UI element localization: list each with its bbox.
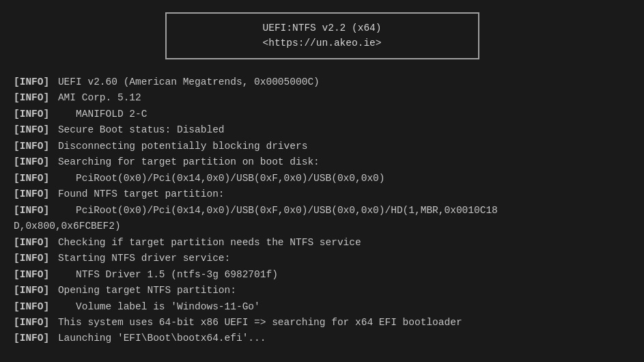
- log-tag: [INFO]: [14, 283, 49, 298]
- log-tag: [INFO]: [14, 251, 49, 266]
- log-line: [INFO] PciRoot(0x0)/Pci(0x14,0x0)/USB(0x…: [14, 171, 630, 186]
- header-box: UEFI:NTFS v2.2 (x64) <https://un.akeo.ie…: [165, 12, 479, 59]
- log-msg: MANIFOLD 2-C: [52, 107, 147, 122]
- log-tag: [INFO]: [14, 171, 49, 186]
- log-line: [INFO] Secure Boot status: Disabled: [14, 122, 630, 137]
- log-tag: [INFO]: [14, 186, 49, 201]
- log-tag: [INFO]: [14, 203, 49, 218]
- log-line: [INFO] AMI Corp. 5.12: [14, 90, 630, 105]
- log-tag: [INFO]: [14, 235, 49, 250]
- log-line: [INFO] MANIFOLD 2-C: [14, 107, 630, 122]
- log-msg: PciRoot(0x0)/Pci(0x14,0x0)/USB(0xF,0x0)/…: [52, 203, 498, 218]
- header-url: <https://un.akeo.ie>: [194, 36, 451, 51]
- log-tag: [INFO]: [14, 90, 49, 105]
- log-msg: This system uses 64-bit x86 UEFI => sear…: [52, 315, 462, 330]
- log-tag: [INFO]: [14, 315, 49, 330]
- log-msg: NTFS Driver 1.5 (ntfs-3g 6982701f): [52, 267, 278, 282]
- log-msg: Disconnecting potentially blocking drive…: [52, 139, 307, 154]
- log-line: [INFO] This system uses 64-bit x86 UEFI …: [14, 315, 630, 330]
- log-msg: Searching for target partition on boot d…: [52, 154, 320, 169]
- header-title: UEFI:NTFS v2.2 (x64): [194, 20, 451, 36]
- log-line: [INFO] Opening target NTFS partition:: [14, 283, 630, 298]
- log-msg: Found NTFS target partition:: [52, 186, 224, 201]
- log-line: [INFO] Launching 'EFI\Boot\bootx64.efi'.…: [14, 331, 630, 346]
- log-line: [INFO] NTFS Driver 1.5 (ntfs-3g 6982701f…: [14, 267, 630, 282]
- log-msg: Opening target NTFS partition:: [52, 283, 236, 298]
- log-line: [INFO] UEFI v2.60 (American Megatrends, …: [14, 74, 630, 89]
- log-tag: [INFO]: [14, 107, 49, 122]
- log-tag: [INFO]: [14, 331, 49, 346]
- log-tag: [INFO]: [14, 122, 49, 137]
- log-msg: Checking if target partition needs the N…: [52, 235, 361, 250]
- log-msg: Starting NTFS driver service:: [52, 251, 230, 266]
- log-line: [INFO] Searching for target partition on…: [14, 154, 630, 169]
- log-tag: [INFO]: [14, 299, 49, 314]
- log-line: [INFO] Found NTFS target partition:: [14, 186, 630, 201]
- log-tag: [INFO]: [14, 154, 49, 169]
- log-msg: Volume label is 'Windows-11-Go': [52, 299, 260, 314]
- log-line: [INFO] Disconnecting potentially blockin…: [14, 139, 630, 154]
- log-msg: Secure Boot status: Disabled: [52, 122, 224, 137]
- log-line-wrap: D,0x800,0x6FCBEF2): [14, 219, 630, 234]
- log-msg: AMI Corp. 5.12: [52, 90, 141, 105]
- log-line: [INFO] Volume label is 'Windows-11-Go': [14, 299, 630, 314]
- log-line: [INFO] PciRoot(0x0)/Pci(0x14,0x0)/USB(0x…: [14, 203, 630, 218]
- log-tag: [INFO]: [14, 139, 49, 154]
- log-line: [INFO] Starting NTFS driver service:: [14, 251, 630, 266]
- log-area: [INFO] UEFI v2.60 (American Megatrends, …: [14, 74, 630, 351]
- log-tag: [INFO]: [14, 74, 49, 89]
- log-msg: PciRoot(0x0)/Pci(0x14,0x0)/USB(0xF,0x0)/…: [52, 171, 384, 186]
- log-msg: UEFI v2.60 (American Megatrends, 0x00050…: [52, 74, 320, 89]
- log-line: [INFO] Checking if target partition need…: [14, 235, 630, 250]
- log-tag: [INFO]: [14, 267, 49, 282]
- log-msg: Launching 'EFI\Boot\bootx64.efi'...: [52, 331, 266, 346]
